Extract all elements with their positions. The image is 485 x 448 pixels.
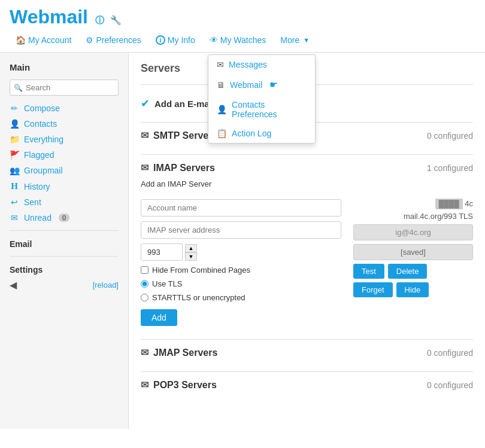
history-icon: H <box>10 181 19 191</box>
server-info-2: mail.4c.org/993 TLS <box>353 212 473 221</box>
sidebar-item-compose[interactable]: ✏ Compose <box>0 100 128 116</box>
search-icon: 🔍 <box>14 84 23 92</box>
delete-button[interactable]: Delete <box>388 264 428 279</box>
eye-icon: 👁 <box>210 35 218 45</box>
starttls-row: STARTTLS or unencrypted <box>141 293 341 302</box>
pop3-label: ✉ POP3 Servers <box>141 379 217 391</box>
nav-preferences[interactable]: ⚙ Preferences <box>80 32 147 48</box>
smtp-count: 0 configured <box>427 131 473 141</box>
sidebar-email-title: Email <box>0 236 128 251</box>
monitor-icon: 🖥 <box>217 80 225 90</box>
port-down-button[interactable]: ▼ <box>185 252 197 261</box>
hide-combined-checkbox[interactable] <box>141 266 148 274</box>
sidebar-item-contacts[interactable]: 👤 Contacts <box>0 116 128 132</box>
starttls-radio[interactable] <box>141 294 148 301</box>
imap-section: ✉ IMAP Servers 1 configured Add an IMAP … <box>141 154 473 339</box>
sidebar-item-unread[interactable]: ✉ Unread 0 <box>0 210 128 225</box>
info-icon: i <box>156 35 165 45</box>
nav-my-info[interactable]: i My Info <box>150 32 201 48</box>
masked-server-prefix: ████ <box>435 199 463 209</box>
nav-more[interactable]: More ▼ ✉ Messages 🖥 Webmail ☛ 👤 Contacts… <box>274 32 316 48</box>
nav-my-watches[interactable]: 👁 My Watches <box>204 32 272 48</box>
sidebar-item-groupmail[interactable]: 👥 Groupmail <box>0 163 128 178</box>
folder-icon: 📁 <box>10 135 19 144</box>
masked-email: ig@4c.org <box>353 224 473 240</box>
dropdown-contacts-prefs[interactable]: 👤 Contacts Preferences <box>208 95 315 124</box>
person-icon: 👤 <box>217 105 227 114</box>
envelope-icon: ✉ <box>217 60 224 69</box>
dropdown-webmail[interactable]: 🖥 Webmail ☛ <box>208 74 315 95</box>
collapse-button[interactable]: ◀ <box>10 279 17 291</box>
jmap-header: ✉ JMAP Servers 0 configured <box>141 347 473 358</box>
jmap-icon: ✉ <box>141 347 148 358</box>
sidebar-settings-title: Settings <box>0 261 128 277</box>
clipboard-icon: 📋 <box>217 129 227 138</box>
dropdown-messages[interactable]: ✉ Messages <box>208 55 315 74</box>
use-tls-radio[interactable] <box>141 280 148 288</box>
unread-badge: 0 <box>59 214 69 222</box>
server-info-1: ████ 4c <box>353 199 473 208</box>
form-right: ████ 4c mail.4c.org/993 TLS ig@4c.org [s… <box>353 199 473 326</box>
smtp-label: ✉ SMTP Servers <box>141 130 217 141</box>
more-dropdown: ✉ Messages 🖥 Webmail ☛ 👤 Contacts Prefer… <box>208 54 316 144</box>
settings-row: ◀ [reload] <box>0 277 128 293</box>
hide-combined-row: Hide From Combined Pages <box>141 266 341 275</box>
jmap-section: ✉ JMAP Servers 0 configured <box>141 339 473 371</box>
add-button[interactable]: Add <box>141 309 177 326</box>
form-left: ▲ ▼ Hide From Combined Pages Use TLS <box>141 199 341 326</box>
sidebar-divider-1 <box>10 230 119 231</box>
imap-icon: ✉ <box>141 162 148 173</box>
test-button[interactable]: Test <box>353 264 384 279</box>
port-spinner: ▲ ▼ <box>185 244 197 261</box>
use-tls-row: Use TLS <box>141 279 341 288</box>
reload-link[interactable]: [reload] <box>93 281 119 289</box>
jmap-label: ✉ JMAP Servers <box>141 347 217 358</box>
gear-icon: ⚙ <box>86 35 93 45</box>
port-row: ▲ ▼ <box>141 243 341 261</box>
home-icon: 🏠 <box>16 35 26 45</box>
chevron-down-icon: ▼ <box>303 36 310 44</box>
pop3-icon: ✉ <box>141 379 148 391</box>
wrench-icon[interactable]: 🔧 <box>110 15 122 25</box>
checkmark-icon: ✔ <box>141 97 150 110</box>
pop3-section: ✉ POP3 Servers 0 configured <box>141 371 473 404</box>
forget-hide-row: Forget Hide <box>353 282 473 297</box>
forget-button[interactable]: Forget <box>353 282 393 297</box>
nav-my-account[interactable]: 🏠 My Account <box>10 32 77 48</box>
imap-address-input[interactable] <box>141 221 341 239</box>
sidebar-item-sent[interactable]: ↩ Sent <box>0 194 128 210</box>
help-icon[interactable]: ⓘ <box>95 15 104 25</box>
search-input[interactable] <box>10 80 119 96</box>
sidebar-item-flagged[interactable]: 🚩 Flagged <box>0 147 128 163</box>
use-tls-label: Use TLS <box>152 279 182 288</box>
app-title: Webmail <box>10 6 88 28</box>
imap-count: 1 configured <box>427 163 473 173</box>
flag-icon: 🚩 <box>10 150 19 160</box>
compose-icon: ✏ <box>10 103 19 113</box>
contacts-icon: 👤 <box>10 119 19 129</box>
dropdown-action-log[interactable]: 📋 Action Log <box>208 124 315 143</box>
nav-bar: 🏠 My Account ⚙ Preferences i My Info 👁 M… <box>0 28 485 53</box>
sent-icon: ↩ <box>10 197 19 207</box>
hide-button[interactable]: Hide <box>396 282 429 297</box>
sidebar-item-history[interactable]: H History <box>0 178 128 194</box>
group-icon: 👥 <box>10 166 19 175</box>
imap-form: ▲ ▼ Hide From Combined Pages Use TLS <box>141 193 473 332</box>
header-icons: ⓘ 🔧 <box>95 16 125 25</box>
unread-icon: ✉ <box>10 213 19 223</box>
jmap-count: 0 configured <box>427 348 473 358</box>
saved-label: [saved] <box>353 244 473 260</box>
test-delete-row: Test Delete <box>353 264 473 279</box>
port-input[interactable] <box>141 243 183 261</box>
starttls-label: STARTTLS or unencrypted <box>152 293 245 302</box>
account-name-input[interactable] <box>141 199 341 217</box>
sidebar: Main 🔍 ✏ Compose 👤 Contacts 📁 Everything… <box>0 53 129 429</box>
smtp-icon: ✉ <box>141 130 148 141</box>
sidebar-item-everything[interactable]: 📁 Everything <box>0 132 128 147</box>
pop3-header: ✉ POP3 Servers 0 configured <box>141 379 473 391</box>
imap-label: ✉ IMAP Servers <box>141 162 215 173</box>
port-up-button[interactable]: ▲ <box>185 244 197 252</box>
hide-combined-label: Hide From Combined Pages <box>152 266 250 275</box>
sidebar-main-title: Main <box>0 60 128 77</box>
sidebar-search-wrap: 🔍 <box>0 77 128 100</box>
